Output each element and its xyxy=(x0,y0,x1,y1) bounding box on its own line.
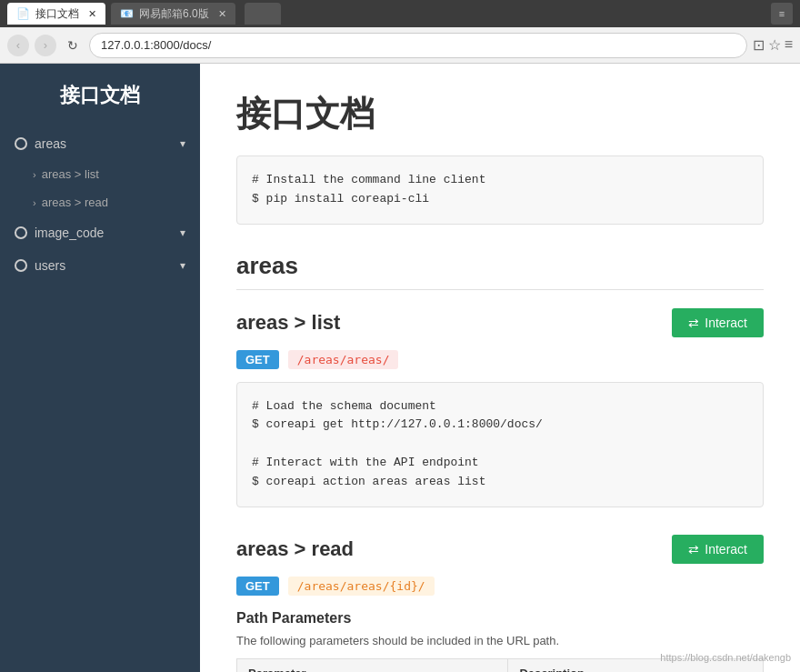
areas-read-method-row: GET /areas/areas/{id}/ xyxy=(236,577,764,596)
browser-chrome: 📄 接口文档 ✕ 📧 网易邮箱6.0版 ✕ ≡ xyxy=(0,0,800,27)
areas-chevron-icon: ▾ xyxy=(180,137,185,150)
areas-list-code-block: # Load the schema document $ coreapi get… xyxy=(236,382,764,507)
subitem-chevron-icon: › xyxy=(33,169,36,180)
areas-read-url: /areas/areas/{id}/ xyxy=(288,577,435,596)
forward-button[interactable]: › xyxy=(35,35,56,56)
install-line2: $ pip install coreapi-cli xyxy=(252,190,748,209)
tab1-close[interactable]: ✕ xyxy=(88,8,96,20)
interact-icon-read: ⇄ xyxy=(688,542,699,557)
sidebar-item-image-code-label: image_code xyxy=(35,226,104,240)
interact-icon-list: ⇄ xyxy=(688,316,699,330)
areas-section-title: areas xyxy=(236,252,764,290)
sidebar-item-users[interactable]: users ▾ xyxy=(0,249,200,282)
sidebar-subitem-areas-list-label: areas > list xyxy=(42,167,99,181)
subsection-areas-list: areas > list ⇄ Interact GET /areas/areas… xyxy=(236,308,764,507)
main-layout: 接口文档 areas ▾ › areas > list › areas > re… xyxy=(0,64,800,672)
subsection-areas-read-header: areas > read ⇄ Interact xyxy=(236,535,764,564)
code-line2: $ coreapi get http://127.0.0.1:8000/docs… xyxy=(252,416,748,435)
interact-label-read: Interact xyxy=(705,542,747,557)
image-code-chevron-icon: ▾ xyxy=(180,226,185,239)
interact-button-areas-list[interactable]: ⇄ Interact xyxy=(672,308,764,337)
sidebar-item-image-code[interactable]: image_code ▾ xyxy=(0,216,200,249)
sidebar-item-areas[interactable]: areas ▾ xyxy=(0,127,200,160)
areas-read-method-badge: GET xyxy=(236,577,279,596)
code-line4: # Interact with the API endpoint xyxy=(252,454,748,473)
install-line1: # Install the command line client xyxy=(252,171,748,190)
code-line5: $ coreapi action areas areas list xyxy=(252,473,748,492)
sidebar-item-users-label: users xyxy=(35,258,65,273)
sidebar-title: 接口文档 xyxy=(0,64,200,127)
tab2-close[interactable]: ✕ xyxy=(218,8,226,20)
sidebar-subitem-areas-read[interactable]: › areas > read xyxy=(0,188,200,216)
forward-icon: › xyxy=(44,38,47,52)
sidebar-item-areas-left: areas xyxy=(15,136,66,151)
areas-list-url: /areas/areas/ xyxy=(288,350,399,369)
page-title: 接口文档 xyxy=(236,91,764,137)
subsection-areas-read-title: areas > read xyxy=(236,537,354,561)
path-params-title: Path Parameters xyxy=(236,610,764,627)
menu-icon[interactable]: ≡ xyxy=(785,36,793,54)
subsection-areas-list-header: areas > list ⇄ Interact xyxy=(236,308,764,337)
install-code-block: # Install the command line client $ pip … xyxy=(236,155,764,225)
code-line3 xyxy=(252,435,748,454)
url-bar[interactable]: 127.0.0.1:8000/docs/ xyxy=(89,33,747,58)
address-bar: ‹ › ↻ 127.0.0.1:8000/docs/ ⊡ ☆ ≡ xyxy=(0,27,800,64)
sidebar-item-areas-label: areas xyxy=(35,136,66,151)
areas-list-method-badge: GET xyxy=(236,350,279,369)
users-chevron-icon: ▾ xyxy=(180,259,185,272)
tab1-title: 接口文档 xyxy=(35,6,79,22)
window-controls: ≡ xyxy=(771,3,793,25)
sidebar-subitem-areas-read-label: areas > read xyxy=(42,196,108,209)
tab-jiekouwenjian[interactable]: 📄 接口文档 ✕ xyxy=(7,3,105,25)
back-button[interactable]: ‹ xyxy=(7,35,29,56)
interact-label-list: Interact xyxy=(705,316,747,330)
areas-list-method-row: GET /areas/areas/ xyxy=(236,350,764,369)
sidebar: 接口文档 areas ▾ › areas > list › areas > re… xyxy=(0,64,200,672)
subitem-read-chevron-icon: › xyxy=(33,197,36,208)
tab1-icon: 📄 xyxy=(16,7,30,20)
tab2-title: 网易邮箱6.0版 xyxy=(139,6,209,22)
address-actions: ⊡ ☆ ≡ xyxy=(753,36,793,54)
url-text: 127.0.0.1:8000/docs/ xyxy=(101,38,211,52)
code-line1: # Load the schema document xyxy=(252,397,748,416)
cast-icon[interactable]: ⊡ xyxy=(753,36,765,54)
watermark: https://blog.csdn.net/dakengb xyxy=(660,652,791,663)
bookmark-icon[interactable]: ☆ xyxy=(768,36,781,54)
image-code-circle-icon xyxy=(15,226,27,239)
params-col-parameter: Parameter xyxy=(237,658,508,672)
sidebar-subitem-areas-list[interactable]: › areas > list xyxy=(0,160,200,188)
tab-wangyiyouxiang[interactable]: 📧 网易邮箱6.0版 ✕ xyxy=(111,3,235,25)
areas-circle-icon xyxy=(15,137,27,150)
new-tab-btn[interactable] xyxy=(245,3,281,25)
refresh-button[interactable]: ↻ xyxy=(62,35,84,56)
refresh-icon: ↻ xyxy=(67,38,78,53)
tab2-icon: 📧 xyxy=(120,7,134,20)
sidebar-item-users-left: users xyxy=(15,258,65,273)
users-circle-icon xyxy=(15,259,27,272)
path-params-desc: The following parameters should be inclu… xyxy=(236,634,764,647)
content-area: 接口文档 # Install the command line client $… xyxy=(200,64,800,672)
sidebar-item-image-code-left: image_code xyxy=(15,226,104,240)
interact-button-areas-read[interactable]: ⇄ Interact xyxy=(672,535,764,564)
back-icon: ‹ xyxy=(16,38,20,52)
subsection-areas-list-title: areas > list xyxy=(236,311,340,335)
